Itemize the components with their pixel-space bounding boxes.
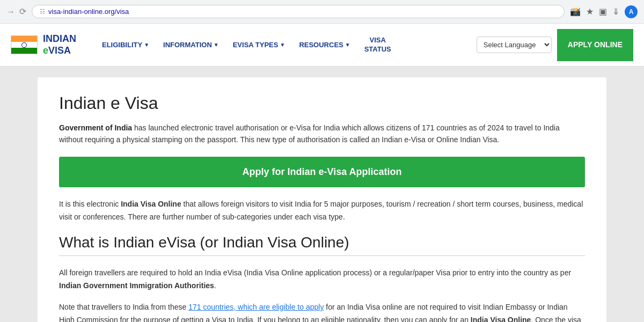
download-icon[interactable]: ⇓ <box>612 6 619 17</box>
evisa-types-arrow: ▼ <box>280 42 285 48</box>
intro-paragraph: Government of India has launched electro… <box>59 122 585 146</box>
back-icon[interactable]: → <box>6 7 15 17</box>
logo-area[interactable]: INDIAN eVISA <box>11 33 86 56</box>
section-para1-bold: Indian Government Immigration Authoritie… <box>59 281 214 290</box>
logo-text: INDIAN eVISA <box>43 33 76 56</box>
section-paragraph-2: Note that travellers to India from these… <box>59 301 585 322</box>
nav-eligibility[interactable]: ELIGIBILITY ▼ <box>97 36 155 53</box>
address-bar[interactable]: ☷ visa-indian-online.org/visa <box>32 5 565 18</box>
logo-indian: INDIAN <box>43 33 76 45</box>
profile-icon[interactable]: A <box>625 5 638 18</box>
logo-visa: VISA <box>48 45 71 56</box>
section-para2-bold: India Visa Online <box>471 316 531 322</box>
browser-nav-icons: → ⟳ <box>6 6 26 17</box>
flag-stripe-orange <box>11 36 37 42</box>
apply-online-button[interactable]: APPLY ONLINE <box>557 29 633 61</box>
resources-arrow: ▼ <box>345 42 350 48</box>
flag-stripe-white <box>11 42 37 48</box>
intro-text: has launched electronic travel authorisa… <box>59 123 560 144</box>
section-paragraph-1: All foreign travellers are required to h… <box>59 267 585 292</box>
body1-bold: India Visa Online <box>121 200 181 208</box>
apply-cta-button[interactable]: Apply for Indian e-Visa Application <box>59 157 585 187</box>
header-right: Select Language APPLY ONLINE <box>477 29 633 61</box>
nav-information[interactable]: INFORMATION ▼ <box>158 36 224 53</box>
ashoka-wheel <box>21 42 27 48</box>
favicon-icon: ☷ <box>40 8 45 15</box>
page-background: Indian e Visa Government of India has la… <box>0 67 644 322</box>
section-para2-prefix: Note that travellers to India from these <box>59 303 188 311</box>
site-header: INDIAN eVISA ELIGIBILITY ▼ INFORMATION ▼… <box>0 24 644 67</box>
url-text: visa-indian-online.org/visa <box>48 8 129 16</box>
refresh-icon[interactable]: ⟳ <box>19 6 26 17</box>
section-para1-prefix: All foreign travellers are required to h… <box>59 268 571 277</box>
nav-resources[interactable]: RESOURCES ▼ <box>294 36 355 53</box>
main-title: Indian e Visa <box>59 93 585 113</box>
eligible-countries-link[interactable]: 171 countries, which are eligible to app… <box>188 303 324 311</box>
section-para1-suffix: . <box>214 281 216 290</box>
section-title: What is Indian eVisa (or Indian Visa Onl… <box>59 234 585 251</box>
extension-icon[interactable]: ▣ <box>599 6 607 17</box>
language-select[interactable]: Select Language <box>477 36 552 53</box>
intro-bold: Government of India <box>59 123 132 132</box>
nav-evisa-types[interactable]: eVISA TYPES ▼ <box>228 36 291 53</box>
camera-off-icon[interactable]: 📸̸ <box>570 6 581 17</box>
bookmark-icon[interactable]: ★ <box>586 6 594 17</box>
nav-visa-status[interactable]: VISASTATUS <box>359 32 397 58</box>
information-arrow: ▼ <box>214 42 219 48</box>
india-flag <box>11 35 38 54</box>
content-card: Indian e Visa Government of India has la… <box>38 77 606 322</box>
logo-e: e <box>43 45 48 56</box>
main-nav: ELIGIBILITY ▼ INFORMATION ▼ eVISA TYPES … <box>97 32 466 58</box>
browser-actions: 📸̸ ★ ▣ ⇓ A <box>570 5 638 18</box>
section-divider <box>59 255 585 256</box>
flag-stripe-green <box>11 48 37 54</box>
logo-evisa: eVISA <box>43 45 76 57</box>
body1-prefix: It is this electronic <box>59 200 121 208</box>
eligibility-arrow: ▼ <box>144 42 149 48</box>
browser-chrome: → ⟳ ☷ visa-indian-online.org/visa 📸̸ ★ ▣… <box>0 0 644 24</box>
body-paragraph-1: It is this electronic India Visa Online … <box>59 198 585 224</box>
